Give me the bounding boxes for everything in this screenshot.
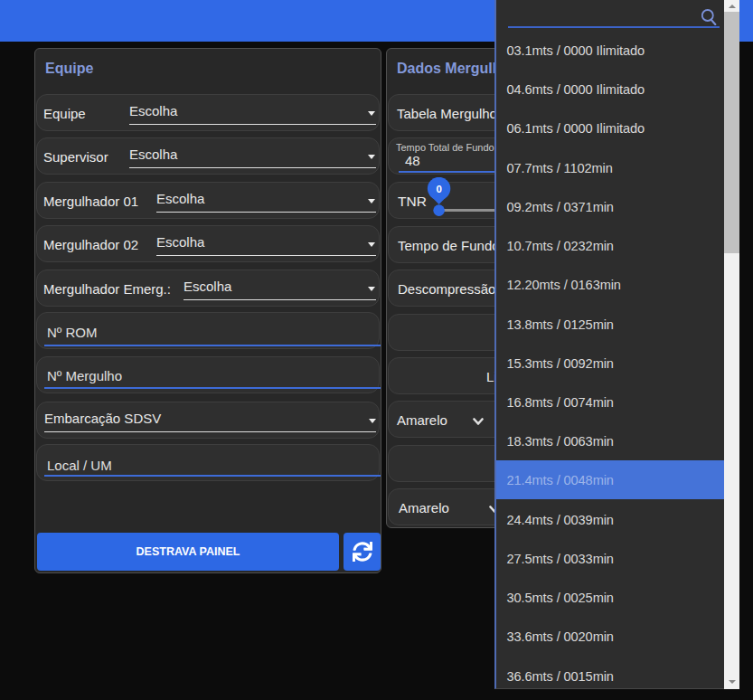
svg-text:0: 0 [436,184,441,194]
